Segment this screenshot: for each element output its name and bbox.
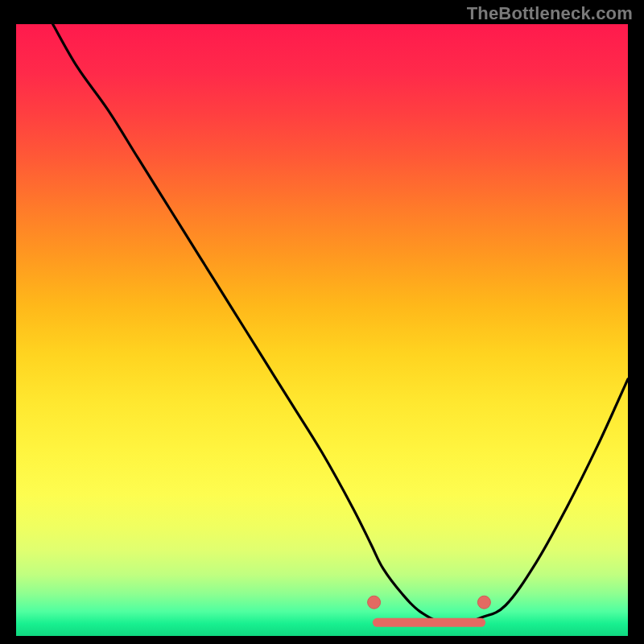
chart-container: TheBottleneck.com <box>0 0 644 644</box>
plot-area <box>16 24 628 636</box>
bottleneck-curve-svg <box>16 24 628 636</box>
optimal-range-marker-right <box>477 596 490 609</box>
bottleneck-curve <box>53 24 628 625</box>
optimal-range-marker-left <box>368 596 381 609</box>
watermark-text: TheBottleneck.com <box>467 3 633 24</box>
